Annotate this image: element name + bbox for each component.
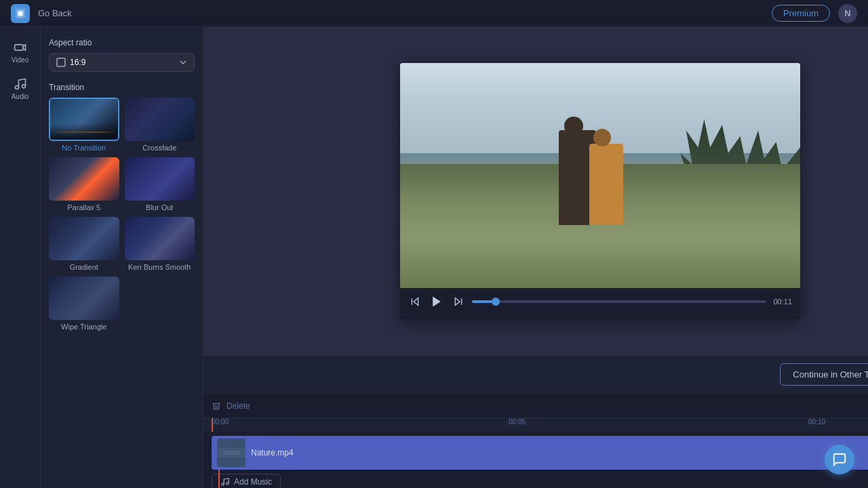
transition-item-blur-out[interactable]: Blur Out: [125, 157, 195, 211]
main-area: Video Audio Aspect ratio 16:9: [0, 27, 868, 488]
video-controls: 00:11: [400, 288, 800, 319]
icon-sidebar: Video Audio: [0, 27, 41, 488]
transition-item-no-transition[interactable]: No Transition: [49, 98, 119, 152]
skip-back-button[interactable]: [408, 295, 422, 308]
sidebar-item-video[interactable]: Video: [3, 35, 37, 69]
play-button[interactable]: [429, 293, 445, 310]
transition-thumb-crossfade: [125, 98, 195, 141]
transition-item-crossfade[interactable]: Crossfade: [125, 98, 195, 152]
controls-bar: 00:11: [408, 293, 792, 310]
add-music-button[interactable]: Add Music: [212, 474, 281, 488]
delete-icon: [212, 401, 221, 411]
svg-point-19: [226, 483, 229, 485]
sidebar-video-label: Video: [12, 56, 28, 64]
svg-rect-7: [57, 58, 65, 66]
preview-area: 00:11: [203, 27, 868, 355]
video-player: 00:11: [400, 63, 800, 319]
person2: [589, 144, 623, 225]
continue-button[interactable]: Continue in Other Tools: [780, 363, 868, 386]
sidebar-item-audio[interactable]: Audio: [3, 72, 37, 106]
timeline-delete-label: Delete: [226, 401, 250, 411]
left-panel: Aspect ratio 16:9 Transition: [41, 27, 203, 488]
aspect-ratio-label: Aspect ratio: [49, 38, 195, 47]
transition-grid: No Transition Crossfade Parallax 5: [49, 98, 195, 331]
user-avatar[interactable]: N: [838, 4, 857, 23]
video-frame: [400, 63, 800, 288]
transition-label-blur-out: Blur Out: [146, 203, 173, 211]
ruler-tick-5: 00:05: [509, 418, 526, 426]
svg-marker-4: [23, 45, 25, 50]
track-row-video: Nature.mp4 + Add files: [212, 436, 868, 470]
transition-label-no-transition: No Transition: [62, 144, 106, 152]
transition-label-kenburns: Ken Burns Smooth: [128, 263, 191, 271]
svg-marker-8: [414, 298, 418, 306]
skip-forward-button[interactable]: [452, 295, 465, 308]
timeline-toolbar: Delete − Fit Timeline +: [203, 394, 868, 418]
transition-item-wipe-triangle[interactable]: Wipe Triangle: [49, 277, 119, 331]
timeline-tracks: Nature.mp4 + Add files: [203, 432, 868, 488]
transition-thumb-no-transition: [49, 98, 119, 141]
transition-label-gradient: Gradient: [70, 263, 98, 271]
transition-label: Transition: [49, 83, 195, 92]
transition-item-parallax5[interactable]: Parallax 5: [49, 157, 119, 211]
ruler-tick-10: 00:10: [808, 418, 825, 426]
timeline-area: Delete − Fit Timeline + 00:00 00:05 00:1…: [203, 393, 868, 488]
topbar: Go Back Premium N: [0, 0, 868, 27]
clip-name: Nature.mp4: [251, 448, 294, 458]
transition-label-wipe-triangle: Wipe Triangle: [61, 323, 106, 331]
svg-point-5: [15, 86, 18, 89]
transition-item-kenburns[interactable]: Ken Burns Smooth: [125, 217, 195, 271]
transition-thumb-kenburns: [125, 217, 195, 260]
ruler-tick-0: 00:00: [212, 418, 229, 426]
premium-button[interactable]: Premium: [772, 5, 830, 22]
music-icon: [220, 477, 230, 487]
aspect-ratio-select[interactable]: 16:9: [49, 53, 195, 72]
svg-marker-11: [455, 298, 460, 306]
progress-bar[interactable]: [472, 300, 766, 303]
aspect-ratio-section: Aspect ratio 16:9: [49, 38, 195, 72]
transition-item-gradient[interactable]: Gradient: [49, 217, 119, 271]
svg-point-18: [222, 483, 224, 486]
skip-forward-icon: [453, 296, 464, 307]
transition-thumb-wipe-triangle: [49, 277, 119, 320]
svg-rect-15: [222, 451, 240, 455]
app-logo: [11, 4, 30, 23]
clip-thumbnail: [217, 439, 245, 467]
sidebar-audio-label: Audio: [12, 93, 29, 100]
progress-knob: [492, 298, 500, 306]
time-display: 00:11: [773, 298, 792, 306]
timeline-ruler: 00:00 00:05 00:10: [203, 418, 868, 432]
aspect-ratio-value: 16:9: [70, 58, 85, 67]
video-icon: [14, 41, 27, 54]
transition-label-parallax5: Parallax 5: [67, 203, 100, 211]
video-scene: [400, 63, 800, 288]
topbar-right: Premium N: [772, 4, 857, 23]
svg-marker-10: [433, 297, 441, 307]
track-playhead: [218, 470, 220, 488]
track-clip-nature[interactable]: Nature.mp4: [212, 436, 868, 470]
svg-point-6: [22, 85, 25, 88]
action-bar: Continue in Other Tools Export Result: [203, 355, 868, 393]
transition-thumb-parallax5: [49, 157, 119, 201]
transition-label-crossfade: Crossfade: [142, 144, 176, 152]
svg-rect-2: [18, 12, 22, 15]
track-row-audio: Add Music: [212, 474, 868, 488]
video-people: [552, 117, 633, 225]
add-music-label: Add Music: [234, 477, 272, 487]
center-right: 00:11 Continue in Other Tools Export Res…: [203, 27, 868, 488]
play-icon: [430, 295, 443, 308]
audio-icon: [14, 77, 27, 91]
transition-thumb-gradient: [49, 217, 119, 260]
chevron-down-icon: [179, 58, 187, 66]
transition-thumb-blur-out: [125, 157, 195, 201]
chat-icon: [832, 452, 847, 467]
support-button[interactable]: [825, 445, 854, 474]
skip-back-icon: [410, 296, 420, 307]
go-back-link[interactable]: Go Back: [38, 8, 72, 18]
svg-rect-3: [14, 45, 23, 50]
